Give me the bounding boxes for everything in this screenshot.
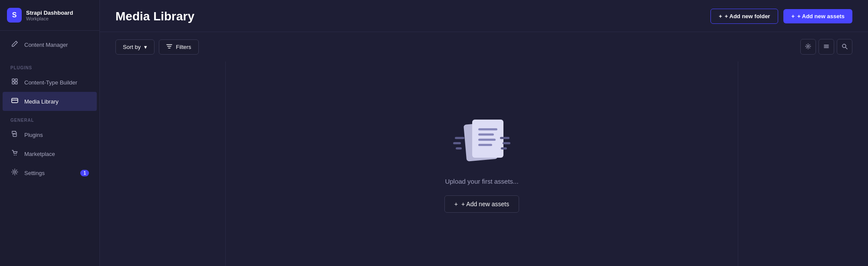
sidebar-item-marketplace[interactable]: Marketplace: [3, 144, 97, 163]
page-title: Media Library: [115, 10, 194, 23]
sidebar-item-label: Content-Type Builder: [24, 79, 77, 86]
svg-point-7: [16, 155, 16, 156]
add-assets-center-label: + Add new assets: [461, 201, 509, 208]
svg-rect-2: [12, 82, 14, 84]
right-panel: [738, 62, 868, 266]
add-assets-label: + Add new assets: [797, 13, 845, 19]
svg-rect-0: [12, 79, 14, 81]
svg-rect-5: [13, 134, 16, 136]
main-content: Media Library + + Add new folder + + Add…: [100, 0, 868, 266]
toolbar: Sort by ▾ Filters: [100, 32, 868, 62]
gear-icon: [805, 43, 811, 51]
add-folder-button[interactable]: + + Add new folder: [710, 9, 778, 24]
list-view-button[interactable]: [819, 39, 834, 55]
sidebar-item-plugins[interactable]: Plugins: [3, 125, 97, 144]
plus-icon: +: [454, 201, 458, 208]
svg-point-10: [842, 44, 846, 48]
add-assets-header-button[interactable]: + + Add new assets: [783, 9, 852, 23]
toolbar-right: [800, 39, 852, 55]
svg-rect-12: [453, 142, 461, 144]
sidebar-item-label: Media Library: [24, 98, 59, 105]
plus-icon: +: [791, 13, 795, 19]
search-icon: [842, 43, 848, 51]
plugins-section: PLUGINS Content-Type Builder Media Libra…: [0, 58, 99, 111]
sidebar-item-content-type-builder[interactable]: Content-Type Builder: [3, 73, 97, 92]
edit-icon: [10, 40, 19, 49]
logo-letter: S: [12, 11, 17, 19]
filters-label: Filters: [176, 44, 191, 50]
sort-by-label: Sort by: [123, 44, 141, 50]
page-header: Media Library + + Add new folder + + Add…: [100, 0, 868, 32]
sort-by-button[interactable]: Sort by ▾: [115, 39, 155, 55]
top-nav: Content Manager: [0, 31, 99, 58]
search-button[interactable]: [837, 39, 852, 55]
svg-rect-11: [455, 137, 464, 139]
sidebar-item-media-library[interactable]: Media Library: [3, 92, 97, 111]
svg-rect-13: [456, 147, 462, 149]
sidebar-item-content-manager[interactable]: Content Manager: [3, 35, 97, 54]
sidebar: S Strapi Dashboard Workplace Content Man…: [0, 0, 100, 266]
sidebar-item-label: Plugins: [24, 132, 43, 138]
settings-view-button[interactable]: [800, 39, 816, 55]
puzzle-icon: [10, 130, 19, 139]
empty-state: Upload your first assets... + + Add new …: [226, 62, 738, 266]
media-icon: [10, 97, 19, 106]
svg-rect-17: [478, 133, 494, 136]
filter-icon: [166, 43, 172, 51]
empty-illustration: [451, 115, 512, 167]
app-sub: Workplace: [26, 16, 73, 21]
toolbar-left: Sort by ▾ Filters: [115, 39, 199, 55]
grid-icon: [10, 78, 19, 87]
svg-rect-21: [503, 142, 510, 144]
sidebar-item-label: Content Manager: [24, 42, 68, 48]
svg-rect-4: [12, 98, 18, 103]
header-actions: + + Add new folder + + Add new assets: [710, 9, 852, 24]
plugins-section-label: PLUGINS: [0, 58, 99, 73]
plus-icon: +: [719, 13, 722, 19]
app-title-group: Strapi Dashboard Workplace: [26, 10, 73, 21]
general-section: GENERAL Plugins Marketplace Settings 1: [0, 111, 99, 266]
left-panel: [100, 62, 226, 266]
svg-point-6: [14, 155, 15, 156]
sidebar-item-label: Marketplace: [24, 151, 55, 157]
add-assets-center-button[interactable]: + + Add new assets: [444, 195, 519, 213]
add-folder-label: + Add new folder: [725, 13, 770, 19]
chevron-down-icon: ▾: [144, 44, 147, 50]
svg-rect-19: [478, 144, 492, 146]
svg-rect-1: [15, 79, 17, 81]
sidebar-item-label: Settings: [24, 170, 45, 176]
app-logo: S: [7, 8, 22, 23]
svg-point-9: [807, 45, 809, 47]
svg-rect-20: [500, 137, 510, 139]
empty-message: Upload your first assets...: [445, 178, 518, 185]
cart-icon: [10, 149, 19, 158]
sidebar-header: S Strapi Dashboard Workplace: [0, 0, 99, 31]
settings-badge: 1: [80, 170, 89, 176]
sidebar-item-settings[interactable]: Settings 1: [3, 163, 97, 182]
svg-rect-22: [501, 147, 507, 149]
svg-rect-18: [478, 139, 496, 141]
list-icon: [823, 43, 829, 51]
app-name: Strapi Dashboard: [26, 10, 73, 16]
general-section-label: GENERAL: [0, 111, 99, 125]
content-area: Upload your first assets... + + Add new …: [100, 62, 868, 266]
filters-button[interactable]: Filters: [159, 39, 198, 55]
svg-point-8: [14, 171, 16, 173]
svg-rect-16: [478, 128, 497, 130]
svg-rect-3: [15, 82, 17, 84]
settings-icon: [10, 169, 19, 177]
